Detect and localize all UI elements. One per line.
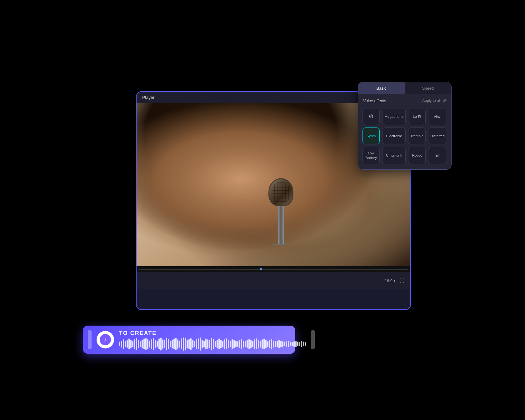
tab-basic[interactable]: Basic xyxy=(358,82,405,94)
voice-effects-label: Voice effects xyxy=(363,98,386,103)
voice-effects-panel: Basic Speed Voice effects Apply to all ↺… xyxy=(358,82,452,170)
wave-bar xyxy=(230,341,231,347)
wave-bar xyxy=(205,338,207,349)
scrubber-track[interactable] xyxy=(138,269,408,270)
wave-bar xyxy=(288,341,289,347)
effect-btn-tremble[interactable]: Tremble xyxy=(408,128,426,144)
wave-bar xyxy=(128,338,130,349)
wave-bar xyxy=(217,340,218,348)
fullscreen-button[interactable]: ⛶ xyxy=(400,278,405,283)
effect-btn-elf[interactable]: Elf xyxy=(428,147,447,164)
wave-bar xyxy=(200,338,201,351)
wave-bar xyxy=(132,341,133,347)
effect-btn-vinyl[interactable]: Vinyl xyxy=(428,108,447,125)
effect-btn-chipmunk[interactable]: Chipmunk xyxy=(382,147,406,164)
wave-bar xyxy=(160,338,162,351)
wave-bar xyxy=(284,342,285,346)
tab-speed[interactable]: Speed xyxy=(405,82,451,94)
wave-bar xyxy=(262,339,263,349)
apply-to-all-button[interactable]: Apply to all ↺ xyxy=(422,98,446,103)
effect-btn-electronic[interactable]: Electronic xyxy=(382,128,406,144)
fullscreen-icon: ⛶ xyxy=(400,278,405,283)
wave-bar xyxy=(173,338,175,349)
effect-btn-none[interactable]: ⊘ xyxy=(362,108,380,125)
wave-bar xyxy=(188,339,190,349)
wave-bar xyxy=(155,340,156,348)
wave-bar xyxy=(305,342,306,346)
wave-bar xyxy=(181,338,182,349)
audio-track-content: TO CREATE xyxy=(119,330,306,350)
wave-bar xyxy=(183,338,184,351)
wave-bar xyxy=(256,338,257,349)
wave-bar xyxy=(175,338,177,350)
wave-bar xyxy=(190,338,192,350)
wave-bar xyxy=(213,339,214,349)
effect-btn-low_battery[interactable]: Low Battery xyxy=(362,147,380,164)
wave-bar xyxy=(295,341,297,347)
wave-bar xyxy=(265,340,267,348)
wave-bar xyxy=(239,340,240,348)
apply-to-all-label: Apply to all xyxy=(422,98,441,103)
audio-track-bar: TO CREATE xyxy=(83,326,295,354)
wave-bar xyxy=(147,339,148,349)
wave-bar xyxy=(164,340,165,348)
wave-bar xyxy=(220,340,222,348)
mic-head xyxy=(268,178,293,206)
wave-bar xyxy=(245,341,246,347)
wave-bar xyxy=(198,338,199,349)
wave-bar xyxy=(243,341,244,348)
voice-panel-tabs: Basic Speed xyxy=(358,82,451,94)
wave-bar xyxy=(248,339,250,349)
wave-bar xyxy=(282,341,283,347)
wave-bar xyxy=(241,339,242,349)
player-title: Player xyxy=(142,95,155,100)
effect-btn-robot[interactable]: Robot xyxy=(408,147,426,164)
wave-bar xyxy=(158,338,160,349)
wave-bar xyxy=(280,341,282,348)
wave-bar xyxy=(166,338,167,350)
wave-bar xyxy=(263,338,265,349)
wave-bar xyxy=(224,339,225,349)
wave-bar xyxy=(177,339,178,349)
wave-bar xyxy=(293,341,295,347)
wave-bar xyxy=(211,338,212,350)
wave-bar xyxy=(271,339,272,349)
wave-bar xyxy=(290,342,291,346)
audio-icon-circle xyxy=(97,331,114,348)
effects-grid: ⊘MegaphoneLo-FiVinylSynthElectronicTremb… xyxy=(358,106,451,169)
wave-bar xyxy=(269,340,270,348)
microphone-overlay xyxy=(262,178,300,272)
wave-bar xyxy=(121,341,122,348)
wave-bar xyxy=(157,341,158,347)
chevron-down-icon: ▾ xyxy=(394,279,395,282)
music-note-icon xyxy=(100,334,111,345)
audio-handle-left[interactable] xyxy=(88,330,92,349)
aspect-ratio-label: 16:9 xyxy=(385,278,392,283)
wave-bar xyxy=(151,339,152,349)
scrubber-dot xyxy=(260,268,262,270)
effect-btn-synth[interactable]: Synth xyxy=(362,128,380,144)
effect-btn-distorted[interactable]: Distorted xyxy=(428,128,447,144)
wave-bar xyxy=(278,340,280,348)
wave-bar xyxy=(134,339,135,349)
wave-bar xyxy=(172,340,173,348)
wave-bar xyxy=(125,341,126,347)
mic-body xyxy=(278,206,284,244)
effect-btn-megaphone[interactable]: Megaphone xyxy=(382,108,406,125)
wave-bar xyxy=(179,341,180,348)
audio-handle-right[interactable] xyxy=(311,330,315,349)
scrubber-bar[interactable] xyxy=(137,266,410,272)
wave-bar xyxy=(303,342,304,346)
wave-bar xyxy=(228,340,229,348)
effect-btn-lofi[interactable]: Lo-Fi xyxy=(408,108,426,125)
wave-bar xyxy=(127,340,128,348)
player-bottom-bar: 16:9 ▾ ⛶ xyxy=(137,272,410,289)
wave-bar xyxy=(153,338,154,350)
wave-bar xyxy=(185,338,186,350)
wave-bar xyxy=(142,340,143,348)
main-scene: Player 16:9 ▾ xyxy=(98,82,427,338)
wave-bar xyxy=(301,341,302,347)
wave-bar xyxy=(149,341,150,348)
refresh-icon: ↺ xyxy=(442,98,446,103)
aspect-ratio-button[interactable]: 16:9 ▾ xyxy=(385,278,395,283)
